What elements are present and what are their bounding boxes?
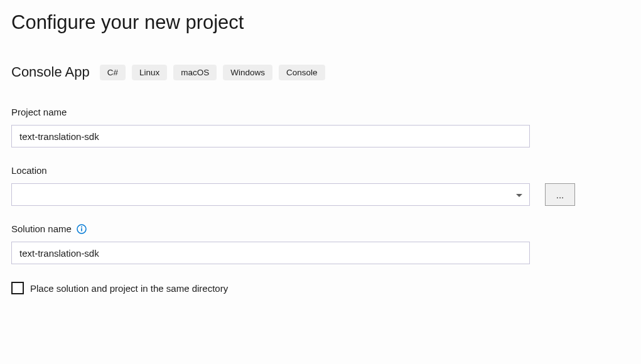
same-directory-row: Place solution and project in the same d… [11,282,630,294]
template-tags: C# Linux macOS Windows Console [100,65,325,80]
project-name-input[interactable] [11,125,530,147]
svg-point-1 [81,226,82,227]
location-label: Location [11,165,630,176]
solution-name-label: Solution name [11,223,72,234]
same-directory-label[interactable]: Place solution and project in the same d… [30,283,228,294]
same-directory-checkbox[interactable] [11,282,24,294]
tag-console: Console [279,65,325,80]
tag-macos: macOS [173,65,217,80]
location-group: Location ... [11,165,630,206]
info-icon[interactable] [77,224,87,234]
svg-rect-2 [81,228,82,231]
tag-csharp: C# [100,65,126,80]
location-input[interactable] [11,183,530,206]
location-row: ... [11,183,630,206]
browse-button[interactable]: ... [545,183,575,206]
page-title: Configure your new project [11,11,630,34]
project-name-group: Project name [11,107,630,147]
location-combo[interactable] [11,183,530,206]
tag-windows: Windows [223,65,272,80]
project-name-label: Project name [11,107,630,117]
tag-linux: Linux [132,65,167,80]
solution-name-input[interactable] [11,242,530,264]
template-header-row: Console App C# Linux macOS Windows Conso… [11,64,630,80]
template-name: Console App [11,64,90,80]
solution-name-group: Solution name [11,223,630,264]
